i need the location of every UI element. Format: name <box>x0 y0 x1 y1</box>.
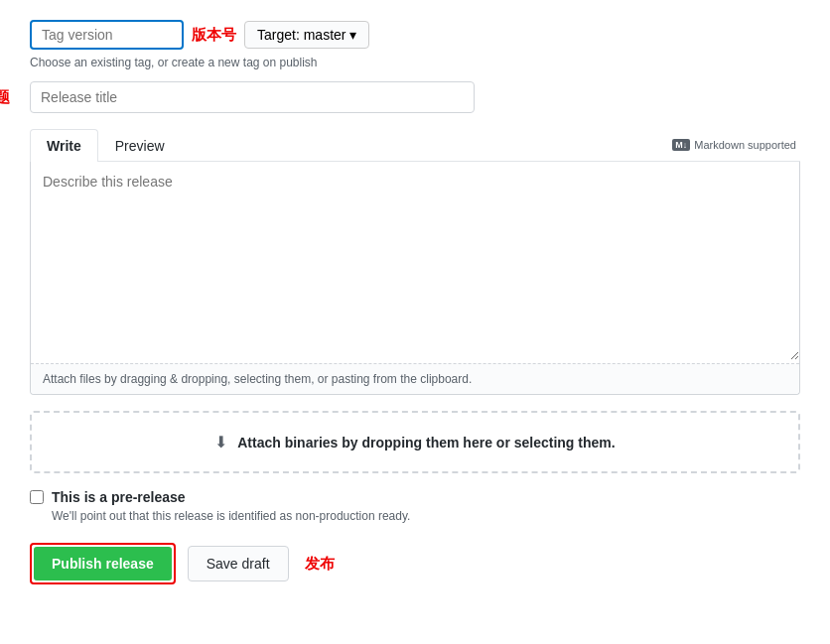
release-title-row: 标题 <box>30 81 800 113</box>
publish-button-wrapper: Publish release <box>30 543 176 584</box>
chevron-down-icon: ▾ <box>349 27 356 43</box>
download-arrow-icon: ⬇ <box>214 434 227 451</box>
markdown-label: Markdown supported <box>694 139 796 151</box>
editor-tabs-row: Write Preview M↓ Markdown supported <box>30 129 800 162</box>
editor-tabs: Write Preview <box>30 129 182 161</box>
markdown-badge: M↓ Markdown supported <box>672 139 800 151</box>
pre-release-hint: We'll point out that this release is ide… <box>30 509 800 523</box>
attach-binaries-area[interactable]: ⬇ Attach binaries by dropping them here … <box>30 411 800 473</box>
release-title-input[interactable] <box>30 81 475 113</box>
tab-preview[interactable]: Preview <box>98 129 182 162</box>
version-annotation: 版本号 <box>192 26 236 45</box>
tab-write[interactable]: Write <box>30 129 98 162</box>
publish-release-button[interactable]: Publish release <box>34 547 172 580</box>
save-draft-button[interactable]: Save draft <box>188 546 289 581</box>
tag-hint-text: Choose an existing tag, or create a new … <box>30 56 800 69</box>
markdown-icon: M↓ <box>672 139 690 151</box>
pre-release-section: This is a pre-release We'll point out th… <box>30 489 800 523</box>
target-branch-label: Target: master <box>257 27 346 43</box>
target-branch-button[interactable]: Target: master ▾ <box>244 21 369 49</box>
release-description-textarea[interactable] <box>31 162 799 360</box>
attach-binaries-text: Attach binaries by dropping them here or… <box>237 435 615 451</box>
pre-release-label-text: This is a pre-release <box>52 489 186 505</box>
title-annotation: 标题 <box>0 88 10 107</box>
top-row: 版本号 Target: master ▾ <box>30 20 800 50</box>
editor-area: Attach files by dragging & dropping, sel… <box>30 162 800 395</box>
publish-annotation: 发布 <box>305 555 335 574</box>
editor-footer-text: Attach files by dragging & dropping, sel… <box>31 363 799 394</box>
pre-release-checkbox[interactable] <box>30 490 44 504</box>
action-row: Publish release Save draft 发布 <box>30 543 800 584</box>
tag-version-input[interactable] <box>30 20 184 50</box>
pre-release-label[interactable]: This is a pre-release <box>30 489 800 505</box>
